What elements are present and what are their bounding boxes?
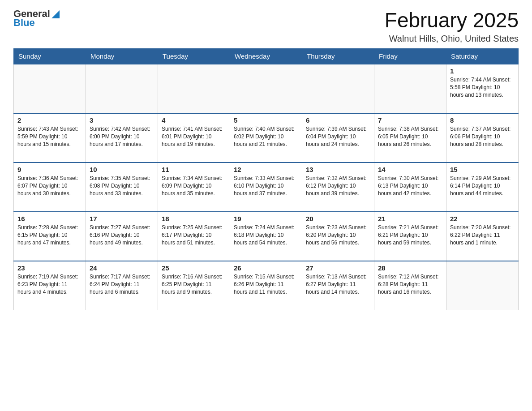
calendar-cell: 1Sunrise: 7:44 AM Sunset: 5:58 PM Daylig…: [446, 64, 519, 113]
calendar-cell: 21Sunrise: 7:21 AM Sunset: 6:21 PM Dayli…: [374, 212, 446, 261]
day-number: 13: [306, 166, 370, 173]
day-number: 14: [378, 166, 442, 173]
day-info: Sunrise: 7:40 AM Sunset: 6:02 PM Dayligh…: [234, 125, 298, 149]
day-info: Sunrise: 7:12 AM Sunset: 6:28 PM Dayligh…: [378, 273, 442, 296]
day-number: 15: [450, 166, 515, 173]
day-number: 12: [234, 166, 298, 173]
calendar-cell: 11Sunrise: 7:34 AM Sunset: 6:09 PM Dayli…: [158, 163, 230, 212]
day-number: 23: [17, 264, 82, 272]
calendar-cell: 6Sunrise: 7:39 AM Sunset: 6:04 PM Daylig…: [302, 113, 374, 163]
day-info: Sunrise: 7:34 AM Sunset: 6:09 PM Dayligh…: [162, 175, 226, 198]
day-info: Sunrise: 7:15 AM Sunset: 6:26 PM Dayligh…: [234, 273, 298, 296]
calendar-cell: [86, 64, 158, 113]
day-info: Sunrise: 7:39 AM Sunset: 6:04 PM Dayligh…: [306, 125, 370, 149]
logo-blue: Blue: [13, 18, 60, 28]
col-header-friday: Friday: [374, 48, 446, 64]
col-header-saturday: Saturday: [446, 48, 519, 64]
day-number: 21: [378, 215, 442, 223]
calendar-cell: 13Sunrise: 7:32 AM Sunset: 6:12 PM Dayli…: [302, 163, 374, 212]
calendar-cell: 18Sunrise: 7:25 AM Sunset: 6:17 PM Dayli…: [158, 212, 230, 261]
calendar-cell: 22Sunrise: 7:20 AM Sunset: 6:22 PM Dayli…: [446, 212, 519, 261]
calendar-cell: [14, 64, 86, 113]
week-row-3: 9Sunrise: 7:36 AM Sunset: 6:07 PM Daylig…: [14, 163, 519, 212]
day-info: Sunrise: 7:37 AM Sunset: 6:06 PM Dayligh…: [450, 125, 515, 149]
calendar-table: SundayMondayTuesdayWednesdayThursdayFrid…: [13, 48, 519, 311]
day-info: Sunrise: 7:29 AM Sunset: 6:14 PM Dayligh…: [450, 175, 515, 198]
calendar-cell: 7Sunrise: 7:38 AM Sunset: 6:05 PM Daylig…: [374, 113, 446, 163]
day-info: Sunrise: 7:38 AM Sunset: 6:05 PM Dayligh…: [378, 125, 442, 149]
day-info: Sunrise: 7:32 AM Sunset: 6:12 PM Dayligh…: [306, 175, 370, 198]
calendar-cell: 19Sunrise: 7:24 AM Sunset: 6:18 PM Dayli…: [230, 212, 302, 261]
day-number: 3: [90, 116, 154, 124]
calendar-cell: [374, 64, 446, 113]
day-number: 8: [450, 116, 515, 124]
month-title: February 2025: [385, 9, 519, 32]
day-number: 16: [17, 215, 82, 223]
calendar-cell: 4Sunrise: 7:41 AM Sunset: 6:01 PM Daylig…: [158, 113, 230, 163]
day-number: 2: [17, 116, 82, 124]
col-header-sunday: Sunday: [14, 48, 86, 64]
day-number: 6: [306, 116, 370, 124]
calendar-cell: 15Sunrise: 7:29 AM Sunset: 6:14 PM Dayli…: [446, 163, 519, 212]
week-row-1: 1Sunrise: 7:44 AM Sunset: 5:58 PM Daylig…: [14, 64, 519, 113]
day-info: Sunrise: 7:24 AM Sunset: 6:18 PM Dayligh…: [234, 224, 298, 247]
calendar-cell: 2Sunrise: 7:43 AM Sunset: 5:59 PM Daylig…: [14, 113, 86, 163]
day-info: Sunrise: 7:13 AM Sunset: 6:27 PM Dayligh…: [306, 273, 370, 296]
calendar-cell: 12Sunrise: 7:33 AM Sunset: 6:10 PM Dayli…: [230, 163, 302, 212]
day-info: Sunrise: 7:30 AM Sunset: 6:13 PM Dayligh…: [378, 175, 442, 198]
calendar-cell: 26Sunrise: 7:15 AM Sunset: 6:26 PM Dayli…: [230, 261, 302, 310]
day-number: 22: [450, 215, 515, 223]
day-number: 19: [234, 215, 298, 223]
day-number: 27: [306, 264, 370, 272]
calendar-header-row: SundayMondayTuesdayWednesdayThursdayFrid…: [14, 48, 519, 64]
day-info: Sunrise: 7:23 AM Sunset: 6:20 PM Dayligh…: [306, 224, 370, 247]
calendar-cell: 23Sunrise: 7:19 AM Sunset: 6:23 PM Dayli…: [14, 261, 86, 310]
day-info: Sunrise: 7:16 AM Sunset: 6:25 PM Dayligh…: [162, 273, 226, 296]
logo-triangle-icon: [51, 10, 60, 18]
day-info: Sunrise: 7:27 AM Sunset: 6:16 PM Dayligh…: [90, 224, 154, 247]
calendar-cell: 25Sunrise: 7:16 AM Sunset: 6:25 PM Dayli…: [158, 261, 230, 310]
svg-marker-0: [51, 10, 60, 18]
calendar-cell: 27Sunrise: 7:13 AM Sunset: 6:27 PM Dayli…: [302, 261, 374, 310]
day-number: 5: [234, 116, 298, 124]
week-row-2: 2Sunrise: 7:43 AM Sunset: 5:59 PM Daylig…: [14, 113, 519, 163]
day-info: Sunrise: 7:41 AM Sunset: 6:01 PM Dayligh…: [162, 125, 226, 149]
day-info: Sunrise: 7:25 AM Sunset: 6:17 PM Dayligh…: [162, 224, 226, 247]
calendar-cell: [230, 64, 302, 113]
logo: General Blue: [13, 9, 60, 28]
day-info: Sunrise: 7:33 AM Sunset: 6:10 PM Dayligh…: [234, 175, 298, 198]
calendar-cell: 9Sunrise: 7:36 AM Sunset: 6:07 PM Daylig…: [14, 163, 86, 212]
calendar-cell: 16Sunrise: 7:28 AM Sunset: 6:15 PM Dayli…: [14, 212, 86, 261]
col-header-monday: Monday: [86, 48, 158, 64]
day-info: Sunrise: 7:28 AM Sunset: 6:15 PM Dayligh…: [17, 224, 82, 247]
day-number: 24: [90, 264, 154, 272]
day-info: Sunrise: 7:21 AM Sunset: 6:21 PM Dayligh…: [378, 224, 442, 247]
calendar-cell: 8Sunrise: 7:37 AM Sunset: 6:06 PM Daylig…: [446, 113, 519, 163]
week-row-4: 16Sunrise: 7:28 AM Sunset: 6:15 PM Dayli…: [14, 212, 519, 261]
day-info: Sunrise: 7:19 AM Sunset: 6:23 PM Dayligh…: [17, 273, 82, 296]
day-number: 4: [162, 116, 226, 124]
page-header: General Blue February 2025 Walnut Hills,…: [13, 9, 519, 44]
day-info: Sunrise: 7:36 AM Sunset: 6:07 PM Dayligh…: [17, 175, 82, 198]
col-header-thursday: Thursday: [302, 48, 374, 64]
week-row-5: 23Sunrise: 7:19 AM Sunset: 6:23 PM Dayli…: [14, 261, 519, 310]
calendar-cell: 3Sunrise: 7:42 AM Sunset: 6:00 PM Daylig…: [86, 113, 158, 163]
calendar-cell: 20Sunrise: 7:23 AM Sunset: 6:20 PM Dayli…: [302, 212, 374, 261]
day-number: 18: [162, 215, 226, 223]
location: Walnut Hills, Ohio, United States: [385, 34, 519, 44]
calendar-cell: 10Sunrise: 7:35 AM Sunset: 6:08 PM Dayli…: [86, 163, 158, 212]
calendar-cell: [446, 261, 519, 310]
day-number: 26: [234, 264, 298, 272]
col-header-tuesday: Tuesday: [158, 48, 230, 64]
day-info: Sunrise: 7:35 AM Sunset: 6:08 PM Dayligh…: [90, 175, 154, 198]
calendar-cell: 14Sunrise: 7:30 AM Sunset: 6:13 PM Dayli…: [374, 163, 446, 212]
day-number: 11: [162, 166, 226, 173]
day-info: Sunrise: 7:17 AM Sunset: 6:24 PM Dayligh…: [90, 273, 154, 296]
day-number: 20: [306, 215, 370, 223]
day-number: 17: [90, 215, 154, 223]
calendar-cell: [302, 64, 374, 113]
day-number: 1: [450, 67, 515, 75]
day-number: 25: [162, 264, 226, 272]
day-number: 28: [378, 264, 442, 272]
day-info: Sunrise: 7:44 AM Sunset: 5:58 PM Dayligh…: [450, 76, 515, 99]
